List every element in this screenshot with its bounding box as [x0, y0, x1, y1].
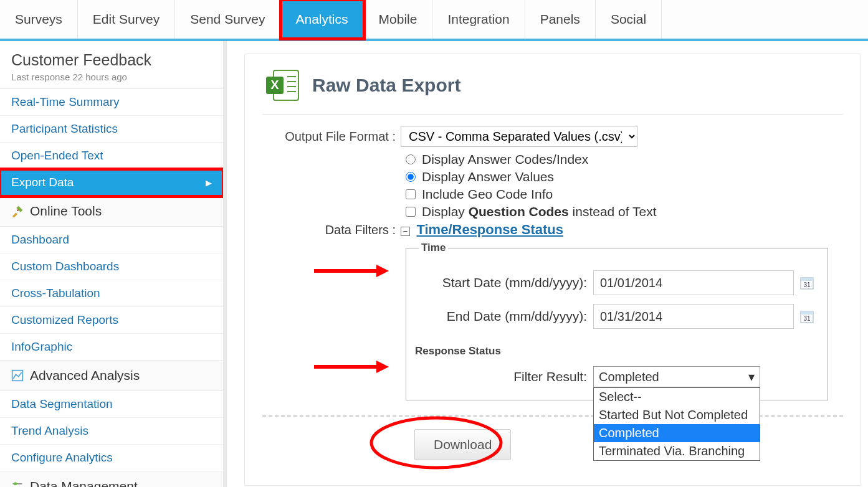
sidebar: Customer Feedback Last response 22 hours…: [0, 41, 227, 487]
check-geo-code[interactable]: Include Geo Code Info: [406, 187, 843, 202]
sidebar-item-label: Export Data: [11, 176, 74, 189]
last-response-info: Last response 22 hours ago: [11, 72, 212, 82]
section-label: Advanced Analysis: [30, 368, 140, 383]
collapse-icon[interactable]: −: [401, 227, 410, 236]
tab-social[interactable]: Social: [596, 0, 662, 39]
radio-answer-codes-input[interactable]: [406, 154, 416, 164]
option-completed[interactable]: Completed: [594, 424, 760, 442]
sidebar-item-realtime-summary[interactable]: Real-Time Summary: [0, 89, 223, 116]
tab-edit-survey[interactable]: Edit Survey: [78, 0, 175, 39]
chevron-down-icon: ▾: [748, 369, 755, 384]
option-select[interactable]: Select--: [594, 388, 760, 406]
legend-time: Time: [419, 242, 448, 254]
sidebar-item-trend-analysis[interactable]: Trend Analysis: [0, 418, 223, 445]
filter-result-dropdown: Select-- Started But Not Completed Compl…: [593, 387, 760, 461]
sidebar-item-participant-stats[interactable]: Participant Statistics: [0, 116, 223, 143]
tab-integration[interactable]: Integration: [432, 0, 525, 39]
sidebar-item-infographic[interactable]: InfoGraphic: [0, 334, 223, 361]
end-date-input[interactable]: [593, 304, 794, 329]
tab-send-survey[interactable]: Send Survey: [175, 0, 280, 39]
svg-rect-17: [801, 311, 813, 314]
radio-answer-values[interactable]: Display Answer Values: [406, 169, 843, 184]
svg-rect-14: [801, 278, 813, 281]
svg-text:31: 31: [803, 281, 811, 288]
sidebar-item-configure-analytics[interactable]: Configure Analytics: [0, 445, 223, 471]
radio-answer-codes[interactable]: Display Answer Codes/Index: [406, 152, 843, 167]
svg-text:X: X: [270, 78, 279, 92]
radio-label: Display Answer Values: [422, 169, 554, 184]
check-label: Display Question Codes instead of Text: [422, 204, 657, 219]
sidebar-item-custom-dashboards[interactable]: Custom Dashboards: [0, 253, 223, 280]
page-title: Raw Data Export: [312, 75, 460, 96]
section-label: Data Management: [30, 479, 138, 487]
output-format-label: Output File Format :: [262, 130, 401, 144]
section-label: Online Tools: [30, 204, 102, 219]
option-started-not-completed[interactable]: Started But Not Completed: [594, 406, 760, 424]
legend-response-status: Response Status: [413, 345, 503, 357]
check-geo-code-input[interactable]: [406, 189, 416, 199]
sidebar-item-customized-reports[interactable]: Customized Reports: [0, 307, 223, 334]
tab-mobile[interactable]: Mobile: [364, 0, 433, 39]
time-response-status-link[interactable]: Time/Response Status: [416, 222, 563, 237]
tab-analytics[interactable]: Analytics: [281, 0, 364, 39]
start-date-label: Start Date (mm/dd/yyyy):: [419, 275, 593, 290]
option-terminated-branching[interactable]: Terminated Via. Branching: [594, 442, 760, 460]
filter-result-select[interactable]: Completed ▾: [593, 366, 760, 387]
calendar-icon[interactable]: 31: [800, 310, 814, 323]
top-nav: Surveys Edit Survey Send Survey Analytic…: [0, 0, 868, 41]
start-date-input[interactable]: [593, 270, 794, 295]
tab-surveys[interactable]: Surveys: [0, 0, 78, 39]
calendar-icon[interactable]: 31: [800, 276, 814, 290]
tab-panels[interactable]: Panels: [525, 0, 596, 39]
page-header: X Raw Data Export: [262, 65, 843, 115]
svg-rect-0: [17, 210, 19, 212]
sidebar-item-open-ended-text[interactable]: Open-Ended Text: [0, 143, 223, 169]
sidebar-item-dashboard[interactable]: Dashboard: [0, 227, 223, 253]
sidebar-section-advanced-analysis: Advanced Analysis: [0, 361, 223, 391]
svg-point-3: [14, 482, 17, 485]
radio-answer-values-input[interactable]: [406, 172, 416, 182]
excel-icon: X: [262, 65, 302, 105]
filter-result-label: Filter Result:: [419, 369, 593, 384]
output-format-select[interactable]: CSV - Comma Separated Values (.csv): [401, 126, 637, 147]
time-response-fieldset: Time Start Date (mm/dd/yyyy): 31 End Dat…: [406, 242, 828, 400]
check-question-codes-input[interactable]: [406, 207, 416, 217]
sidebar-item-data-segmentation[interactable]: Data Segmentation: [0, 391, 223, 418]
radio-label: Display Answer Codes/Index: [422, 152, 588, 167]
filter-result-value: Completed: [599, 370, 659, 384]
chevron-right-icon: ▶: [206, 178, 212, 187]
chart-icon: [11, 369, 24, 382]
sidebar-header: Customer Feedback Last response 22 hours…: [0, 41, 223, 89]
sidebar-section-online-tools: Online Tools: [0, 196, 223, 227]
slider-icon: [11, 480, 24, 487]
tools-icon: [11, 205, 24, 217]
sidebar-section-data-management: Data Management: [0, 471, 223, 487]
data-filters-label: Data Filters :: [262, 222, 401, 237]
sidebar-item-export-data[interactable]: Export Data ▶: [0, 169, 223, 196]
check-question-codes[interactable]: Display Question Codes instead of Text: [406, 204, 843, 219]
svg-text:31: 31: [803, 315, 811, 322]
check-label: Include Geo Code Info: [422, 187, 553, 202]
end-date-label: End Date (mm/dd/yyyy):: [419, 309, 593, 324]
survey-title: Customer Feedback: [11, 51, 212, 69]
sidebar-item-cross-tabulation[interactable]: Cross-Tabulation: [0, 280, 223, 307]
download-button[interactable]: Download: [414, 429, 511, 460]
content-area: X Raw Data Export Output File Format : C…: [227, 41, 868, 487]
